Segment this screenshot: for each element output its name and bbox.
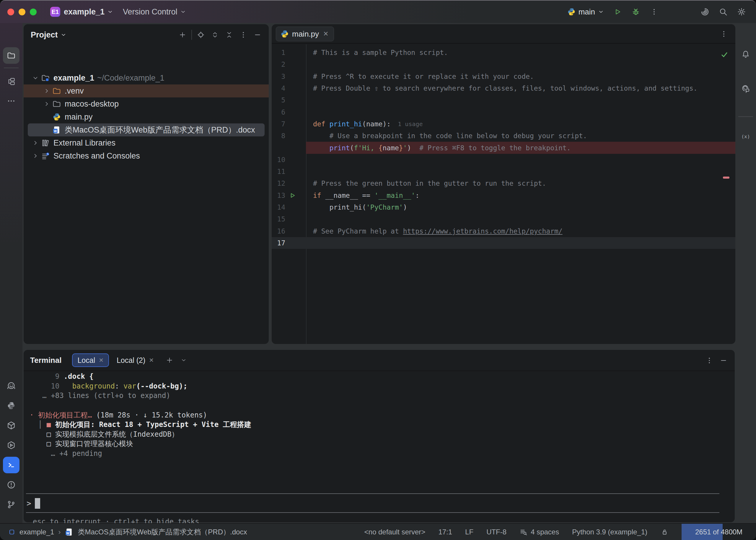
- add-button[interactable]: [175, 28, 190, 42]
- caret-position-widget[interactable]: 17:1: [438, 528, 452, 536]
- chevron-right-icon[interactable]: [30, 152, 41, 159]
- inspections-check-icon[interactable]: [720, 50, 729, 59]
- close-tab-icon[interactable]: ✕: [323, 30, 328, 38]
- terminal-options-button[interactable]: [702, 353, 716, 367]
- close-window-button[interactable]: [7, 9, 14, 15]
- breadcrumb-file[interactable]: 类MacOS桌面环境Web版产品需求文档（PRD）.docx: [78, 527, 247, 537]
- terminal-tab-dropdown[interactable]: [181, 357, 187, 363]
- line-number[interactable]: 17: [272, 239, 285, 247]
- line-number[interactable]: 15: [272, 215, 285, 223]
- tree-item-.venv[interactable]: .venv: [24, 84, 269, 97]
- ai-assistant-tool-button[interactable]: [737, 80, 754, 97]
- problems-tool-button[interactable]: [3, 476, 20, 493]
- code-line-17[interactable]: 17: [272, 237, 735, 249]
- code-line-8[interactable]: 8 # Use a breakpoint in the code line be…: [272, 130, 735, 142]
- tab-main-py[interactable]: main.py ✕: [276, 27, 334, 41]
- maximize-window-button[interactable]: [30, 9, 37, 15]
- code-line-11[interactable]: 11: [272, 166, 735, 178]
- terminal-prompt[interactable]: >: [27, 498, 40, 509]
- services-tool-button[interactable]: [3, 437, 20, 454]
- tree-item-macoswebprd.docx[interactable]: W类MacOS桌面环境Web版产品需求文档（PRD）.docx: [28, 123, 265, 136]
- line-number[interactable]: 3: [272, 72, 285, 80]
- default-server-widget[interactable]: <no default server>: [365, 528, 425, 536]
- line-number[interactable]: 6: [272, 108, 285, 116]
- project-tool-button[interactable]: [3, 47, 20, 64]
- settings-button[interactable]: [732, 4, 751, 20]
- expand-all-button[interactable]: [208, 28, 222, 42]
- code-line-10[interactable]: 10: [272, 154, 735, 166]
- chevron-right-icon[interactable]: [41, 87, 52, 94]
- close-tab-icon[interactable]: ✕: [99, 357, 104, 364]
- chevron-down-icon[interactable]: [30, 74, 41, 81]
- more-tool-windows-button[interactable]: [3, 93, 20, 109]
- code-line-15[interactable]: 15: [272, 213, 735, 225]
- version-control-menu[interactable]: Version Control: [123, 1, 186, 23]
- endpoints-tool-button[interactable]: (x): [737, 128, 754, 145]
- line-number[interactable]: 5: [272, 96, 285, 104]
- code-line-3[interactable]: 3# Press ^R to execute it or replace it …: [272, 70, 735, 82]
- debug-button[interactable]: [627, 4, 645, 20]
- minimize-window-button[interactable]: [19, 9, 25, 15]
- code-line-2[interactable]: 2: [272, 59, 735, 70]
- line-number[interactable]: 16: [272, 227, 285, 235]
- line-number[interactable]: 12: [272, 180, 285, 187]
- hide-panel-button[interactable]: [250, 28, 265, 42]
- python-packages-tool-button[interactable]: [3, 417, 20, 434]
- code-line-14[interactable]: 14 print_hi('PyCharm'): [272, 202, 735, 213]
- line-number[interactable]: 13: [272, 192, 285, 199]
- project-badge[interactable]: E1: [50, 7, 60, 17]
- tree-item-example_1[interactable]: example_1~/Code/example_1: [24, 71, 269, 84]
- notifications-button[interactable]: [737, 46, 754, 63]
- line-number[interactable]: 1: [272, 49, 285, 57]
- code-editor[interactable]: 1# This is a sample Python script.23# Pr…: [272, 44, 735, 249]
- chevron-right-icon[interactable]: [30, 139, 41, 146]
- code-line-12[interactable]: 12# Press the green button in the gutter…: [272, 178, 735, 189]
- huggingface-tool-button[interactable]: [3, 378, 20, 394]
- code-line-7[interactable]: 7def print_hi(name): 1 usage: [272, 118, 735, 130]
- line-ending-widget[interactable]: LF: [465, 528, 473, 536]
- version-control-tool-button[interactable]: [3, 496, 20, 513]
- line-number[interactable]: [272, 144, 285, 152]
- hide-terminal-button[interactable]: [716, 353, 731, 367]
- code-line-9[interactable]: print(f'Hi, {name}') # Press ⌘F8 to togg…: [272, 142, 735, 154]
- tree-item-scratchesandconsoles[interactable]: Scratches and Consoles: [24, 149, 269, 162]
- memory-indicator[interactable]: 2651 of 4800M: [681, 524, 756, 540]
- project-menu[interactable]: example_1: [64, 1, 113, 23]
- lock-widget[interactable]: [660, 528, 669, 536]
- breadcrumb-project[interactable]: example_1: [20, 528, 54, 536]
- branch-widget[interactable]: main: [567, 7, 604, 17]
- line-number[interactable]: 7: [272, 120, 285, 128]
- python-console-tool-button[interactable]: [3, 397, 20, 414]
- line-number[interactable]: 11: [272, 168, 285, 175]
- structure-tool-button[interactable]: [3, 73, 20, 90]
- code-line-5[interactable]: 5: [272, 94, 735, 106]
- panel-options-button[interactable]: [236, 28, 250, 42]
- tree-item-main.py[interactable]: main.py: [24, 110, 269, 123]
- line-number[interactable]: 8: [272, 132, 285, 140]
- locate-file-button[interactable]: [194, 28, 208, 42]
- terminal-output[interactable]: 9 .dock { 10 background: var(--dock-bg);…: [24, 372, 735, 458]
- tree-item-macos-desktop[interactable]: macos-desktop: [24, 97, 269, 110]
- error-stripe-mark[interactable]: [723, 177, 729, 179]
- indent-widget[interactable]: 4 spaces: [520, 528, 559, 536]
- line-number[interactable]: 4: [272, 84, 285, 92]
- code-line-1[interactable]: 1# This is a sample Python script.: [272, 47, 735, 59]
- interpreter-widget[interactable]: Python 3.9 (example_1): [572, 528, 647, 536]
- encoding-widget[interactable]: UTF-8: [486, 528, 507, 536]
- search-everywhere-button[interactable]: [714, 4, 732, 20]
- code-line-4[interactable]: 4# Press Double ⇧ to search everywhere f…: [272, 82, 735, 94]
- line-number[interactable]: 2: [272, 61, 285, 68]
- terminal-tab-local[interactable]: Local✕: [72, 353, 109, 367]
- run-button[interactable]: [608, 4, 627, 20]
- ai-assistant-button[interactable]: [696, 4, 714, 20]
- line-number[interactable]: 14: [272, 203, 285, 211]
- terminal-tool-button[interactable]: [3, 457, 20, 473]
- editor-options-button[interactable]: [717, 27, 731, 41]
- line-number[interactable]: 10: [272, 156, 285, 164]
- new-terminal-tab-button[interactable]: [166, 356, 173, 364]
- code-line-13[interactable]: 13if __name__ == '__main__':: [272, 190, 735, 202]
- code-line-6[interactable]: 6: [272, 106, 735, 118]
- project-panel-title[interactable]: Project: [31, 30, 67, 40]
- more-actions-button[interactable]: [645, 4, 663, 20]
- run-gutter-icon[interactable]: [289, 192, 296, 199]
